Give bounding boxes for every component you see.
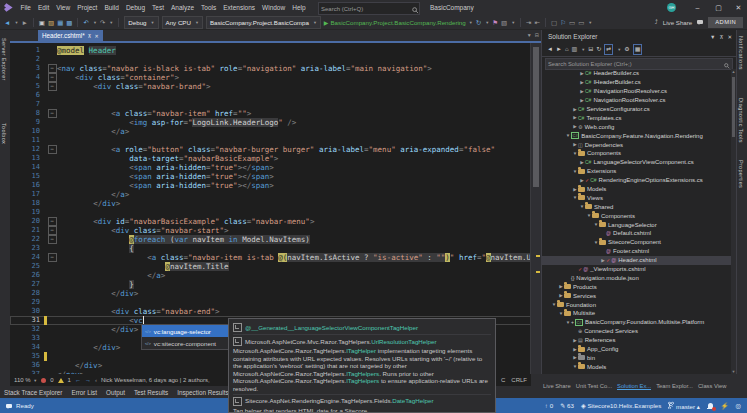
line-number[interactable]: 6: [10, 91, 44, 100]
menu-window[interactable]: Window: [259, 0, 289, 15]
code-line[interactable]: 27 }: [10, 280, 541, 289]
code-line[interactable]: 24− <a class="navbar-item is-tab @(navIt…: [10, 253, 541, 262]
notifications-bell[interactable]: [707, 402, 714, 410]
line-number[interactable]: 5: [10, 82, 44, 91]
tree-item[interactable]: ▶App_Config: [542, 345, 731, 354]
branch-selector[interactable]: master ▴: [668, 401, 699, 410]
document-tab[interactable]: Header.cshtml* ⊼ ✕: [38, 30, 103, 41]
repository-selector[interactable]: ◈ Sitecore10.Helix.Examples: [581, 402, 661, 409]
tree-item[interactable]: ▼Multisite: [542, 309, 731, 318]
close-icon[interactable]: ✕: [94, 33, 98, 39]
code-line[interactable]: 25 @navItem.Title: [10, 262, 541, 271]
pending-edits[interactable]: ✎ 63: [560, 402, 574, 409]
line-number[interactable]: 9: [10, 118, 44, 127]
code-line[interactable]: 7: [10, 100, 541, 109]
new-project-icon[interactable]: ▣: [39, 16, 45, 29]
code-line[interactable]: 17 </a>: [10, 190, 541, 199]
tree-item[interactable]: ▼Components: [542, 211, 731, 220]
line-number[interactable]: 32: [10, 325, 44, 334]
tool-strip-tab-properties[interactable]: Properties: [738, 160, 744, 188]
code-line[interactable]: 22− @foreach (var navItem in Model.NavIt…: [10, 235, 541, 244]
code-line[interactable]: 21− <div class="navbar-start">: [10, 226, 541, 235]
pending-changes-filter-icon[interactable]: ⊟: [588, 45, 593, 54]
code-line[interactable]: 23 {: [10, 244, 541, 253]
tree-item[interactable]: ▶C#ServicesConfigurator.cs: [542, 105, 731, 114]
line-number[interactable]: 16: [10, 181, 44, 190]
errors-icon[interactable]: [41, 378, 46, 383]
tree-item[interactable]: ▶◫Dependencies: [542, 140, 731, 149]
save-all-icon[interactable]: ▩: [66, 16, 72, 29]
tree-item[interactable]: ▶Models: [542, 185, 731, 194]
maximize-button[interactable]: ▢: [711, 0, 726, 15]
properties-icon[interactable]: ⚙: [624, 45, 629, 54]
code-line[interactable]: 18 </div>: [10, 199, 541, 208]
line-number[interactable]: 24: [10, 253, 44, 262]
code-line[interactable]: 9 <img asp-for="LogoLink.HeaderLogo" />: [10, 118, 541, 127]
feedback-icon[interactable]: [6, 404, 12, 408]
code-line[interactable]: 1@model Header: [10, 46, 541, 55]
warnings-icon[interactable]: [58, 378, 64, 383]
close-button[interactable]: ✕: [731, 0, 746, 15]
tree-item[interactable]: ▶✓@Header.cshtml: [542, 256, 731, 265]
code-line[interactable]: 19: [10, 208, 541, 217]
tree-item[interactable]: ▼Extensions: [542, 167, 731, 176]
extensions-icon[interactable]: ▭: [578, 16, 584, 29]
tree-item[interactable]: ▶⚙Web.config: [542, 122, 731, 131]
line-number[interactable]: 20: [10, 217, 44, 226]
close-icon[interactable]: ✕: [727, 34, 732, 40]
tree-item[interactable]: ▶C#LanguageSelectorViewComponent.cs: [542, 158, 731, 167]
scrollbar-thumb[interactable]: [732, 77, 735, 137]
navigate-backward-icon[interactable]: ◄: [4, 16, 10, 29]
home-icon[interactable]: ⌂: [565, 45, 569, 54]
code-line[interactable]: 10 </a>: [10, 127, 541, 136]
minimize-button[interactable]: –: [690, 0, 705, 15]
code-line[interactable]: 30 <div class="navbar-end">: [10, 307, 541, 316]
navigate-forward-icon[interactable]: ►: [556, 45, 562, 54]
fold-marker-icon[interactable]: −: [48, 226, 57, 235]
panel-tab-inspection-results[interactable]: Inspection Results: [177, 389, 228, 396]
live-share-status-icon[interactable]: ⚡: [721, 402, 729, 410]
tool-strip-tab-notifications[interactable]: Notifications: [738, 36, 744, 70]
line-number[interactable]: 35: [10, 352, 44, 361]
pin-icon[interactable]: ⊼: [88, 33, 92, 39]
tree-item[interactable]: ▼Components: [542, 149, 731, 158]
fold-marker-icon[interactable]: −: [48, 64, 57, 73]
undo-icon[interactable]: ↶: [83, 16, 88, 29]
save-icon[interactable]: ▦: [57, 16, 63, 29]
menu-help[interactable]: Help: [289, 0, 309, 15]
code-line[interactable]: 4− <div class="container">: [10, 73, 541, 82]
line-number[interactable]: 18: [10, 199, 44, 208]
tool-window-tab[interactable]: Unit Test Co...: [576, 383, 612, 389]
line-number[interactable]: 13: [10, 154, 44, 163]
tree-item[interactable]: ▶Services: [542, 291, 731, 300]
tool-strip-tab-toolbox[interactable]: Toolbox: [1, 123, 7, 144]
fold-marker-icon[interactable]: −: [48, 73, 57, 82]
line-number[interactable]: 31: [10, 316, 44, 325]
active-files-dropdown-icon[interactable]: ▼: [527, 32, 532, 38]
bookmark-icon[interactable]: ⚐: [560, 16, 566, 29]
line-number[interactable]: 33: [10, 334, 44, 343]
tree-item[interactable]: {}Navigation.module.json: [542, 273, 731, 282]
line-number[interactable]: 21: [10, 226, 44, 235]
code-line[interactable]: 20− <div id="navbarBasicExample" class="…: [10, 217, 541, 226]
line-number[interactable]: 15: [10, 172, 44, 181]
tree-item[interactable]: ▼Shared: [542, 202, 731, 211]
solution-search-input[interactable]: [546, 61, 724, 67]
line-number[interactable]: 22: [10, 235, 44, 244]
code-line[interactable]: 15 <span aria-hidden="true"></span>: [10, 172, 541, 181]
tree-item[interactable]: ▼Views: [542, 193, 731, 202]
fold-marker-icon[interactable]: −: [48, 253, 57, 262]
code-line[interactable]: 13 data-target="navbarBasicExample">: [10, 154, 541, 163]
chevron-down-icon[interactable]: ▼: [710, 34, 715, 40]
find-in-files-icon[interactable]: ▢: [551, 16, 557, 29]
line-number[interactable]: 3: [10, 64, 44, 73]
menu-debug[interactable]: Debug: [122, 0, 148, 15]
zoom-dropdown[interactable]: 110 % ▼: [14, 377, 37, 383]
line-number[interactable]: 23: [10, 244, 44, 253]
start-debugging-button[interactable]: ▶ BasicCompany.Project.BasicCompany.Rend…: [324, 19, 473, 26]
code-line[interactable]: 6: [10, 91, 541, 100]
panel-tab-test-results[interactable]: Test Results: [134, 389, 168, 396]
redo-icon[interactable]: ↷: [100, 16, 105, 29]
menu-view[interactable]: View: [53, 0, 74, 15]
menu-project[interactable]: Project: [74, 0, 101, 15]
